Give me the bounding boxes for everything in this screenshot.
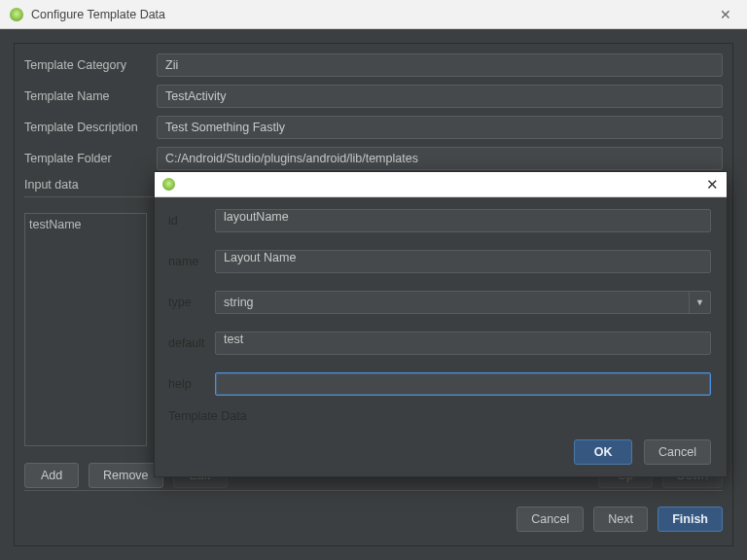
close-icon[interactable]: ✕ <box>714 7 737 22</box>
chevron-down-icon[interactable]: ▼ <box>689 292 710 313</box>
select-type[interactable]: string ▼ <box>215 291 711 314</box>
cancel-button[interactable]: Cancel <box>516 507 584 532</box>
input-template-name[interactable]: TestActivity <box>157 85 723 108</box>
label-template-name: Template Name <box>24 89 157 103</box>
input-template-description[interactable]: Test Something Fastly <box>157 116 723 139</box>
inner-dialog-buttons: OK Cancel <box>574 439 711 465</box>
ok-button[interactable]: OK <box>574 439 632 465</box>
input-default[interactable]: test <box>215 332 711 355</box>
inner-titlebar: ✕ <box>155 172 727 197</box>
label-default: default <box>168 336 215 350</box>
list-item[interactable]: testName <box>29 218 142 231</box>
input-template-category[interactable]: Zii <box>157 53 723 77</box>
outer-titlebar: Configure Template Data ✕ <box>0 0 747 29</box>
label-input-data: Input data <box>24 178 157 197</box>
outer-title: Configure Template Data <box>31 8 714 21</box>
android-studio-icon <box>10 8 23 21</box>
input-help[interactable] <box>215 372 711 396</box>
cancel-button[interactable]: Cancel <box>644 439 711 465</box>
inner-body: id layoutName name Layout Name type stri… <box>155 197 727 476</box>
input-template-folder[interactable]: C:/Android/Studio/plugins/android/lib/te… <box>157 147 723 170</box>
label-help: help <box>168 377 215 391</box>
input-id[interactable]: layoutName <box>215 209 711 232</box>
remove-button[interactable]: Remove <box>89 463 163 488</box>
template-data-label: Template Data <box>168 409 711 423</box>
label-template-folder: Template Folder <box>24 152 157 165</box>
add-button[interactable]: Add <box>24 463 79 488</box>
dialog-buttons-row: Cancel Next Finish <box>24 505 723 534</box>
input-data-list[interactable]: testName <box>24 213 147 446</box>
close-icon[interactable]: ✕ <box>706 176 719 193</box>
label-id: id <box>168 214 215 228</box>
input-name[interactable]: Layout Name <box>215 250 711 273</box>
finish-button[interactable]: Finish <box>658 507 723 532</box>
android-studio-icon <box>162 178 175 191</box>
label-template-description: Template Description <box>24 121 157 134</box>
inner-dialog: ✕ id layoutName name Layout Name type st… <box>154 171 728 477</box>
select-type-value: string <box>224 296 254 309</box>
next-button[interactable]: Next <box>593 507 648 532</box>
label-name: name <box>168 255 215 268</box>
label-type: type <box>168 296 215 309</box>
label-template-category: Template Category <box>24 58 157 72</box>
